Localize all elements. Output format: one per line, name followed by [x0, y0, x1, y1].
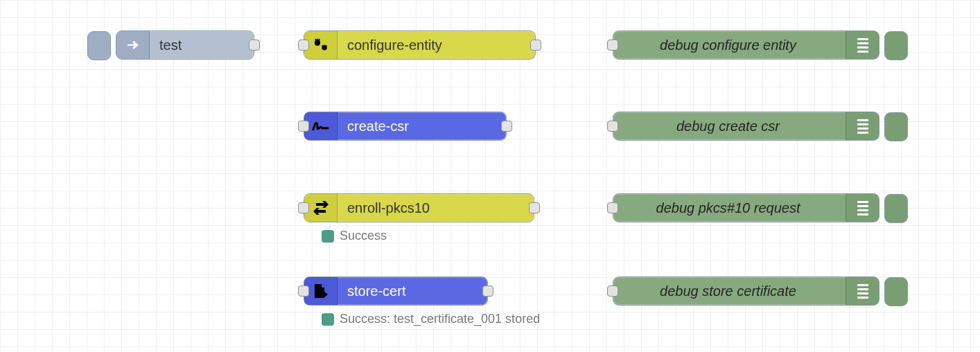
- file-export-icon: [304, 277, 338, 305]
- node-status-enroll: Success: [322, 229, 387, 243]
- refresh-icon: [304, 194, 338, 222]
- arrow-right-icon: [116, 31, 150, 59]
- input-port[interactable]: [298, 285, 309, 297]
- gears-icon: [304, 31, 338, 59]
- status-dot-icon: [322, 230, 334, 243]
- input-port[interactable]: [607, 121, 618, 132]
- status-dot-icon: [322, 313, 334, 326]
- status-text: Success: test_certificate_001 stored: [340, 312, 540, 326]
- node-label: debug configure entity: [613, 37, 846, 53]
- node-enroll-pkcs10[interactable]: enroll-pkcs10: [304, 193, 534, 222]
- output-port[interactable]: [482, 285, 493, 297]
- node-label: create-csr: [338, 118, 421, 134]
- output-port[interactable]: [530, 39, 541, 51]
- input-port[interactable]: [298, 121, 309, 132]
- debug-toggle-button[interactable]: [884, 277, 908, 306]
- node-label: enroll-pkcs10: [338, 200, 442, 216]
- node-debug-store-cert[interactable]: debug store certificate: [613, 276, 880, 306]
- debug-toggle-button[interactable]: [884, 31, 908, 60]
- input-port[interactable]: [607, 285, 618, 297]
- input-port[interactable]: [298, 202, 309, 213]
- input-port[interactable]: [298, 39, 309, 51]
- node-label: test: [150, 37, 194, 53]
- menu-bars-icon: [846, 194, 879, 222]
- menu-bars-icon: [846, 112, 879, 140]
- node-configure-entity[interactable]: configure-entity: [304, 30, 536, 60]
- input-port[interactable]: [607, 202, 618, 213]
- node-debug-create-csr[interactable]: debug create csr: [613, 112, 880, 141]
- node-label: debug pkcs#10 request: [613, 200, 846, 216]
- debug-toggle-button[interactable]: [884, 194, 908, 223]
- node-label: debug create csr: [613, 118, 846, 134]
- signature-icon: [304, 112, 338, 140]
- node-label: store-cert: [338, 283, 418, 299]
- menu-bars-icon: [846, 277, 879, 305]
- node-label: debug store certificate: [613, 283, 846, 299]
- node-inject[interactable]: test: [116, 30, 254, 60]
- node-debug-configure[interactable]: debug configure entity: [613, 30, 880, 60]
- node-status-store: Success: test_certificate_001 stored: [322, 312, 540, 326]
- node-debug-pkcs10[interactable]: debug pkcs#10 request: [613, 193, 880, 222]
- node-create-csr[interactable]: create-csr: [304, 112, 507, 141]
- status-text: Success: [340, 229, 387, 243]
- node-label: configure-entity: [338, 37, 455, 53]
- inject-button[interactable]: [87, 31, 111, 60]
- input-port[interactable]: [607, 39, 618, 51]
- debug-toggle-button[interactable]: [884, 112, 908, 141]
- menu-bars-icon: [846, 31, 879, 59]
- node-store-cert[interactable]: store-cert: [304, 276, 488, 306]
- output-port[interactable]: [249, 39, 260, 51]
- output-port[interactable]: [529, 202, 540, 213]
- output-port[interactable]: [501, 121, 512, 132]
